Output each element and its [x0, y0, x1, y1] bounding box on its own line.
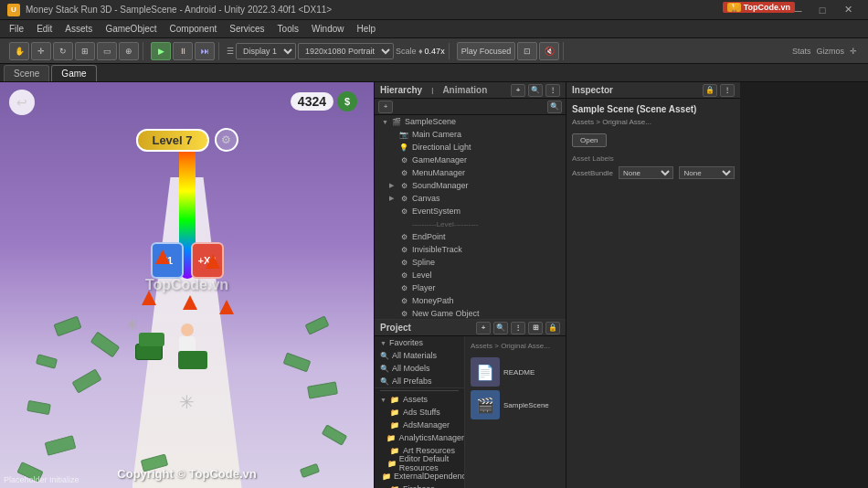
main-layout: ↩ 4324 $ Level 7 ⚙ X1 +X2	[0, 82, 868, 488]
proj-item-samplescene[interactable]: 🎬 SampleScene	[471, 390, 560, 419]
maximize-button[interactable]: □	[810, 0, 835, 20]
tool-scale[interactable]: ⊞	[75, 42, 95, 60]
proj-item-readme[interactable]: 📄 README	[471, 357, 560, 387]
search-icon-models: 🔍	[380, 365, 389, 373]
inspector-lock-btn[interactable]: 🔒	[703, 84, 717, 97]
tree-invisible-track[interactable]: ⚙ InvisibleTrack	[375, 243, 566, 256]
proj-ads[interactable]: 📁 Ads Stuffs	[375, 406, 464, 419]
inspector-open-btn[interactable]: Open	[572, 133, 607, 147]
bill-9	[283, 353, 312, 373]
tool-transform[interactable]: ⊕	[119, 42, 139, 60]
bill-2	[36, 354, 58, 368]
soundmanager-icon: ⚙	[398, 180, 409, 191]
asset-bundle-select[interactable]: None	[619, 166, 674, 179]
tree-player[interactable]: ⚙ Player	[375, 281, 566, 294]
proj-fav-models[interactable]: 🔍 All Models	[375, 362, 464, 375]
tab-game[interactable]: Game	[51, 65, 96, 81]
gizmos-btn[interactable]: Gizmos	[816, 47, 844, 56]
newobj-icon: ⚙	[398, 308, 409, 319]
resolution-select[interactable]: 1920x1080 Portrait	[298, 43, 394, 59]
asset-bundle-variant-select[interactable]: None	[679, 166, 735, 179]
inspector-dots-btn[interactable]: ⋮	[720, 84, 735, 97]
animation-title[interactable]: Animation	[442, 85, 487, 95]
project-options-btn[interactable]: ⋮	[511, 322, 525, 334]
app-icon: U	[7, 4, 20, 16]
menu-component[interactable]: Component	[164, 23, 223, 35]
inspector-asset-subtitle: Assets > Original Asse...	[572, 118, 735, 126]
play-button[interactable]: ▶	[151, 42, 171, 60]
tree-level[interactable]: ⚙ Level	[375, 269, 566, 281]
menu-assets[interactable]: Assets	[59, 23, 98, 35]
tree-menu-manager[interactable]: ⚙ MenuManager	[375, 166, 566, 179]
step-button[interactable]: ⏭	[195, 42, 215, 60]
hierarchy-add-btn[interactable]: +	[511, 84, 525, 97]
player-icon: ⚙	[398, 282, 409, 293]
money-icon: $	[337, 91, 357, 111]
proj-editor[interactable]: 📁 Editor Default Resources	[375, 457, 464, 470]
project-lock-btn[interactable]: 🔒	[545, 322, 560, 334]
tree-endpoint[interactable]: ⚙ EndPoint	[375, 230, 566, 243]
bill-8	[305, 315, 330, 334]
tool-hand[interactable]: ✋	[9, 42, 29, 60]
tree-dir-light[interactable]: 💡 Directional Light	[375, 141, 566, 154]
tree-canvas[interactable]: ▶ ⚙ Canvas	[375, 192, 566, 205]
add-component-btn[interactable]: ✛	[850, 47, 857, 56]
project-search-btn[interactable]: 🔍	[493, 322, 508, 334]
tree-samplescene[interactable]: ▼ 🎬 SampleScene	[375, 115, 566, 128]
money-stack-3	[178, 351, 207, 369]
menu-tools[interactable]: Tools	[272, 23, 304, 35]
bill-11	[322, 424, 348, 445]
display-select[interactable]: Display 1	[236, 43, 296, 59]
h-tb-add[interactable]: +	[378, 101, 393, 113]
hierarchy-sep: |	[431, 86, 433, 94]
proj-ads-mgr[interactable]: 📁 AdsManager	[375, 419, 464, 431]
tree-event-system[interactable]: ⚙ EventSystem	[375, 205, 566, 217]
play-focused-btn[interactable]: Play Focused	[457, 42, 516, 60]
pause-button[interactable]: ⏸	[173, 42, 193, 60]
tree-spline[interactable]: ⚙ Spline	[375, 256, 566, 269]
project-cols-btn[interactable]: ⊞	[528, 322, 543, 334]
proj-analytics[interactable]: 📁 AnalyticsManager	[375, 431, 464, 444]
window-controls[interactable]: — □ ✕	[784, 0, 861, 20]
tool-rotate[interactable]: ↻	[53, 42, 73, 60]
h-tb-search[interactable]: 🔍	[547, 101, 562, 113]
stats-btn[interactable]: Stats	[792, 47, 811, 56]
menu-services[interactable]: Services	[224, 23, 270, 35]
tree-sound-manager[interactable]: ▶ ⚙ SoundManager	[375, 179, 566, 192]
hierarchy-search-btn[interactable]: 🔍	[528, 84, 543, 97]
tool-group-play: ▶ ⏸ ⏭	[147, 42, 219, 60]
inspector-header: Inspector 🔒 ⋮	[566, 82, 740, 99]
tool-rect[interactable]: ▭	[97, 42, 117, 60]
menu-help[interactable]: Help	[352, 23, 382, 35]
proj-ext-dep[interactable]: 📁 ExternalDependencyManager	[375, 470, 464, 483]
menu-gameobject[interactable]: GameObject	[100, 23, 162, 35]
hierarchy-dots-btn[interactable]: ⋮	[545, 84, 560, 97]
inspector-title: Inspector	[572, 85, 613, 95]
tree-money-path[interactable]: ⚙ MoneyPath	[375, 294, 566, 307]
tab-scene[interactable]: Scene	[4, 65, 49, 81]
maximize-on-play-btn[interactable]: ⊡	[517, 42, 537, 60]
menu-file[interactable]: File	[4, 23, 29, 35]
tool-move[interactable]: ✛	[31, 42, 51, 60]
close-button[interactable]: ✕	[835, 0, 861, 20]
menu-window[interactable]: Window	[306, 23, 350, 35]
menu-edit[interactable]: Edit	[31, 23, 58, 35]
proj-fav-materials[interactable]: 🔍 All Materials	[375, 349, 464, 362]
proj-firebase[interactable]: 📁 Firebase	[375, 483, 464, 488]
mute-audio-btn[interactable]: 🔇	[539, 42, 559, 60]
readme-icon: 📄	[471, 357, 500, 387]
back-button[interactable]: ↩	[9, 90, 35, 115]
search-icon-prefabs: 🔍	[380, 377, 389, 386]
placeholder-text: Placeholder Initialize	[4, 475, 79, 484]
titlebar: U Money Stack Run 3D - SampleScene - And…	[0, 0, 868, 20]
proj-fav-prefabs[interactable]: 🔍 All Prefabs	[375, 375, 464, 387]
tree-game-manager[interactable]: ⚙ GameManager	[375, 154, 566, 166]
asset-bundle-row: AssetBundle None None	[572, 166, 735, 179]
tree-main-camera[interactable]: 📷 Main Camera	[375, 128, 566, 141]
project-add-btn[interactable]: +	[476, 322, 491, 334]
project-breadcrumb: Assets > Original Asse...	[471, 342, 560, 350]
game-panel: ↩ 4324 $ Level 7 ⚙ X1 +X2	[0, 82, 375, 488]
tree-new-game-object[interactable]: ⚙ New Game Object	[375, 307, 566, 319]
samplescene-thumb-icon: 🎬	[471, 390, 500, 419]
settings-icon[interactable]: ⚙	[215, 128, 238, 152]
